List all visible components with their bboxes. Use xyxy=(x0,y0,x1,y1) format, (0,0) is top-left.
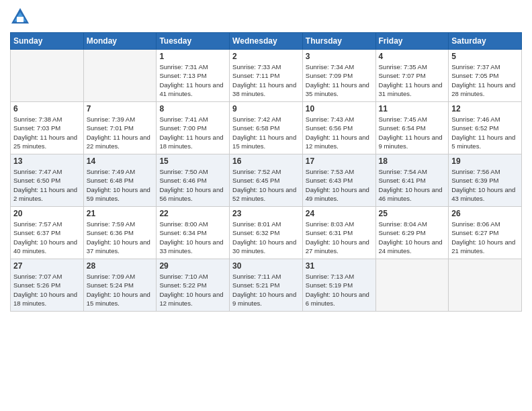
day-number: 7 xyxy=(87,104,154,113)
week-row-3: 13Sunrise: 7:47 AMSunset: 6:50 PMDayligh… xyxy=(11,154,522,207)
calendar-cell: 6Sunrise: 7:38 AMSunset: 7:03 PMDaylight… xyxy=(11,102,84,154)
day-number: 10 xyxy=(306,104,373,113)
day-number: 17 xyxy=(306,156,373,166)
calendar-cell: 11Sunrise: 7:45 AMSunset: 6:54 PMDayligh… xyxy=(375,102,449,154)
day-number: 13 xyxy=(13,156,81,166)
day-number: 27 xyxy=(13,261,81,271)
day-number: 31 xyxy=(306,261,373,271)
day-number: 18 xyxy=(379,156,446,166)
day-info: Sunrise: 7:38 AMSunset: 7:03 PMDaylight:… xyxy=(13,115,81,150)
calendar-cell: 25Sunrise: 8:04 AMSunset: 6:29 PMDayligh… xyxy=(375,207,449,259)
day-info: Sunrise: 7:56 AMSunset: 6:39 PMDaylight:… xyxy=(451,167,519,203)
day-info: Sunrise: 7:13 AMSunset: 5:19 PMDaylight:… xyxy=(306,272,373,308)
day-info: Sunrise: 7:54 AMSunset: 6:41 PMDaylight:… xyxy=(379,167,446,203)
calendar-cell: 29Sunrise: 7:10 AMSunset: 5:22 PMDayligh… xyxy=(157,259,230,312)
calendar-cell: 14Sunrise: 7:49 AMSunset: 6:48 PMDayligh… xyxy=(83,154,157,207)
day-number: 25 xyxy=(379,209,446,218)
calendar-table: Sunday Monday Tuesday Wednesday Thursday… xyxy=(10,32,522,312)
day-info: Sunrise: 7:09 AMSunset: 5:24 PMDaylight:… xyxy=(87,272,154,308)
calendar-cell: 28Sunrise: 7:09 AMSunset: 5:24 PMDayligh… xyxy=(83,259,157,312)
day-info: Sunrise: 7:11 AMSunset: 5:21 PMDaylight:… xyxy=(232,272,300,308)
day-info: Sunrise: 7:46 AMSunset: 6:52 PMDaylight:… xyxy=(451,115,519,150)
day-number: 28 xyxy=(87,261,154,271)
day-number: 15 xyxy=(159,156,226,166)
calendar-cell: 20Sunrise: 7:57 AMSunset: 6:37 PMDayligh… xyxy=(11,207,84,259)
calendar-cell: 24Sunrise: 8:03 AMSunset: 6:31 PMDayligh… xyxy=(302,207,375,259)
calendar-cell: 3Sunrise: 7:34 AMSunset: 7:09 PMDaylight… xyxy=(302,50,375,102)
week-row-1: 1Sunrise: 7:31 AMSunset: 7:13 PMDaylight… xyxy=(11,50,522,102)
day-info: Sunrise: 8:01 AMSunset: 6:32 PMDaylight:… xyxy=(232,220,300,255)
calendar-cell: 15Sunrise: 7:50 AMSunset: 6:46 PMDayligh… xyxy=(157,154,230,207)
day-info: Sunrise: 7:31 AMSunset: 7:13 PMDaylight:… xyxy=(159,62,226,98)
calendar-cell: 10Sunrise: 7:43 AMSunset: 6:56 PMDayligh… xyxy=(302,102,375,154)
day-number: 2 xyxy=(232,52,300,61)
day-number: 30 xyxy=(232,261,300,271)
calendar-cell: 17Sunrise: 7:53 AMSunset: 6:43 PMDayligh… xyxy=(302,154,375,207)
day-number: 23 xyxy=(232,209,300,218)
day-number: 24 xyxy=(306,209,373,218)
page: Sunday Monday Tuesday Wednesday Thursday… xyxy=(0,0,532,411)
col-thursday: Thursday xyxy=(302,33,375,50)
col-sunday: Sunday xyxy=(11,33,84,50)
calendar-cell: 4Sunrise: 7:35 AMSunset: 7:07 PMDaylight… xyxy=(375,50,449,102)
week-row-2: 6Sunrise: 7:38 AMSunset: 7:03 PMDaylight… xyxy=(11,102,522,154)
calendar-cell: 22Sunrise: 8:00 AMSunset: 6:34 PMDayligh… xyxy=(157,207,230,259)
day-number: 1 xyxy=(159,52,226,61)
week-row-4: 20Sunrise: 7:57 AMSunset: 6:37 PMDayligh… xyxy=(11,207,522,259)
svg-rect-2 xyxy=(17,17,24,22)
col-friday: Friday xyxy=(375,33,449,50)
day-number: 12 xyxy=(451,104,519,113)
day-info: Sunrise: 8:00 AMSunset: 6:34 PMDaylight:… xyxy=(159,220,226,255)
calendar-cell: 27Sunrise: 7:07 AMSunset: 5:26 PMDayligh… xyxy=(11,259,84,312)
calendar-cell: 1Sunrise: 7:31 AMSunset: 7:13 PMDaylight… xyxy=(157,50,230,102)
day-info: Sunrise: 7:59 AMSunset: 6:36 PMDaylight:… xyxy=(87,220,154,255)
day-info: Sunrise: 7:52 AMSunset: 6:45 PMDaylight:… xyxy=(232,167,300,203)
day-info: Sunrise: 7:42 AMSunset: 6:58 PMDaylight:… xyxy=(232,115,300,150)
day-info: Sunrise: 7:47 AMSunset: 6:50 PMDaylight:… xyxy=(13,167,81,203)
day-info: Sunrise: 7:35 AMSunset: 7:07 PMDaylight:… xyxy=(379,62,446,98)
day-info: Sunrise: 8:04 AMSunset: 6:29 PMDaylight:… xyxy=(379,220,446,255)
day-info: Sunrise: 7:57 AMSunset: 6:37 PMDaylight:… xyxy=(13,220,81,255)
col-wednesday: Wednesday xyxy=(230,33,303,50)
calendar-cell: 5Sunrise: 7:37 AMSunset: 7:05 PMDaylight… xyxy=(449,50,522,102)
day-info: Sunrise: 7:53 AMSunset: 6:43 PMDaylight:… xyxy=(306,167,373,203)
calendar-cell xyxy=(11,50,84,102)
week-row-5: 27Sunrise: 7:07 AMSunset: 5:26 PMDayligh… xyxy=(11,259,522,312)
calendar-cell xyxy=(375,259,449,312)
calendar-cell: 31Sunrise: 7:13 AMSunset: 5:19 PMDayligh… xyxy=(302,259,375,312)
day-info: Sunrise: 7:43 AMSunset: 6:56 PMDaylight:… xyxy=(306,115,373,150)
calendar-cell xyxy=(83,50,157,102)
day-number: 5 xyxy=(451,52,519,61)
day-number: 19 xyxy=(451,156,519,166)
logo-icon xyxy=(10,7,30,27)
calendar-cell: 16Sunrise: 7:52 AMSunset: 6:45 PMDayligh… xyxy=(230,154,303,207)
day-info: Sunrise: 8:06 AMSunset: 6:27 PMDaylight:… xyxy=(451,220,519,255)
day-number: 11 xyxy=(379,104,446,113)
day-info: Sunrise: 7:33 AMSunset: 7:11 PMDaylight:… xyxy=(232,62,300,98)
day-info: Sunrise: 7:45 AMSunset: 6:54 PMDaylight:… xyxy=(379,115,446,150)
calendar-cell: 7Sunrise: 7:39 AMSunset: 7:01 PMDaylight… xyxy=(83,102,157,154)
calendar-cell: 23Sunrise: 8:01 AMSunset: 6:32 PMDayligh… xyxy=(230,207,303,259)
col-tuesday: Tuesday xyxy=(157,33,230,50)
day-info: Sunrise: 7:39 AMSunset: 7:01 PMDaylight:… xyxy=(87,115,154,150)
calendar-cell: 26Sunrise: 8:06 AMSunset: 6:27 PMDayligh… xyxy=(449,207,522,259)
day-info: Sunrise: 7:50 AMSunset: 6:46 PMDaylight:… xyxy=(159,167,226,203)
col-saturday: Saturday xyxy=(449,33,522,50)
day-number: 22 xyxy=(159,209,226,218)
header xyxy=(10,7,522,27)
calendar-cell: 12Sunrise: 7:46 AMSunset: 6:52 PMDayligh… xyxy=(449,102,522,154)
day-info: Sunrise: 8:03 AMSunset: 6:31 PMDaylight:… xyxy=(306,220,373,255)
calendar-cell: 13Sunrise: 7:47 AMSunset: 6:50 PMDayligh… xyxy=(11,154,84,207)
day-number: 26 xyxy=(451,209,519,218)
day-number: 16 xyxy=(232,156,300,166)
day-number: 4 xyxy=(379,52,446,61)
day-info: Sunrise: 7:37 AMSunset: 7:05 PMDaylight:… xyxy=(451,62,519,98)
day-number: 9 xyxy=(232,104,300,113)
calendar-cell: 8Sunrise: 7:41 AMSunset: 7:00 PMDaylight… xyxy=(157,102,230,154)
calendar-cell: 19Sunrise: 7:56 AMSunset: 6:39 PMDayligh… xyxy=(449,154,522,207)
day-number: 21 xyxy=(87,209,154,218)
day-number: 29 xyxy=(159,261,226,271)
calendar-cell: 21Sunrise: 7:59 AMSunset: 6:36 PMDayligh… xyxy=(83,207,157,259)
calendar-cell: 30Sunrise: 7:11 AMSunset: 5:21 PMDayligh… xyxy=(230,259,303,312)
calendar-cell: 18Sunrise: 7:54 AMSunset: 6:41 PMDayligh… xyxy=(375,154,449,207)
